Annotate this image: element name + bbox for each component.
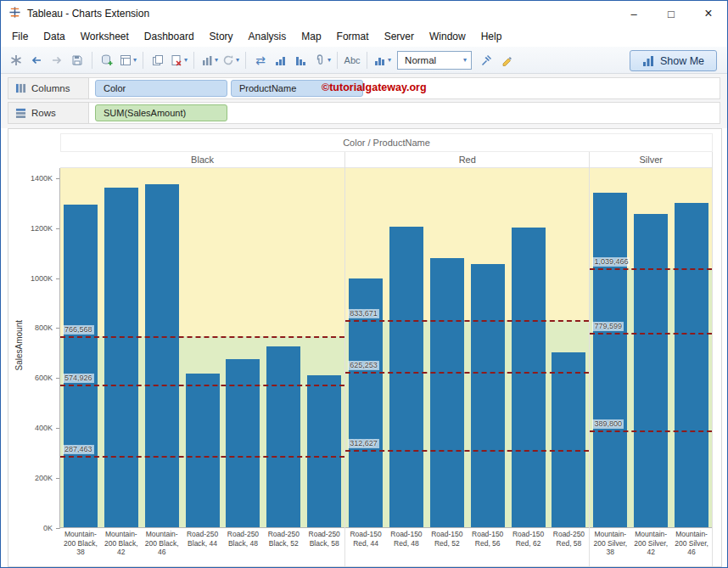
panel-black: Black766,568574,926287,463Mountain-200 B… — [60, 152, 345, 567]
fit-selector[interactable]: Normal ▾ — [397, 51, 472, 70]
toolbar-separator — [367, 52, 367, 69]
x-label-mountain-200-black-42[interactable]: Mountain-200 Black, 42 — [101, 528, 142, 567]
redo-button[interactable] — [47, 49, 67, 71]
bar-slot — [223, 168, 264, 527]
bar-mountain-200-black-38[interactable] — [64, 205, 98, 527]
save-button[interactable] — [67, 49, 87, 71]
x-label-mountain-200-black-38[interactable]: Mountain-200 Black, 38 — [60, 528, 101, 567]
bar-road-250-black-58[interactable] — [307, 375, 341, 527]
bar-slot — [630, 168, 671, 527]
bar-road-150-red-62[interactable] — [512, 228, 546, 527]
chevron-down-icon: ▾ — [388, 57, 391, 64]
x-label-road-250-black-44[interactable]: Road-250 Black, 44 — [182, 528, 223, 567]
bar-road-150-red-52[interactable] — [430, 258, 464, 527]
x-label-mountain-200-silver-46[interactable]: Mountain-200 Silver, 46 — [671, 528, 712, 567]
worksheet-view: SalesAmount 0K200K400K600K800K1000K1200K… — [8, 128, 722, 567]
x-label-road-250-black-58[interactable]: Road-250 Black, 58 — [304, 528, 344, 567]
fit-axes-button[interactable]: ▾ — [372, 49, 393, 71]
rows-shelf-label: Rows — [8, 102, 89, 124]
show-me-button[interactable]: Show Me — [630, 50, 717, 71]
x-label-road-250-black-48[interactable]: Road-250 Black, 48 — [223, 528, 264, 567]
new-worksheet-button[interactable]: ▾ — [117, 49, 138, 71]
reference-line — [345, 372, 589, 374]
menu-item-data[interactable]: Data — [36, 28, 72, 45]
chevron-down-icon: ▾ — [463, 57, 467, 64]
show-mark-labels-button[interactable]: Abc — [342, 49, 362, 71]
x-label-road-250-black-52[interactable]: Road-250 Black, 52 — [263, 528, 304, 567]
menu-item-window[interactable]: Window — [422, 28, 473, 45]
undo-button[interactable] — [26, 49, 47, 71]
panel-header-silver[interactable]: Silver — [590, 152, 712, 168]
column-field-header[interactable]: Color / ProductName — [60, 133, 713, 152]
pill-color[interactable]: Color — [95, 80, 227, 97]
add-data-source-button[interactable] — [97, 49, 117, 71]
bar-road-150-red-48[interactable] — [389, 227, 423, 527]
pill-sum-salesamount[interactable]: SUM(SalesAmount) — [95, 104, 227, 121]
toolbar-separator — [337, 52, 338, 69]
x-label-road-250-red-58[interactable]: Road-250 Red, 58 — [549, 528, 590, 567]
duplicate-sheet-button[interactable] — [148, 49, 168, 71]
columns-shelf-label: Columns — [8, 77, 89, 99]
x-label-road-150-red-52[interactable]: Road-150 Red, 52 — [427, 528, 468, 567]
bar-slot — [142, 168, 182, 527]
bar-road-250-red-58[interactable] — [552, 352, 585, 527]
tableau-start-button[interactable] — [6, 49, 26, 71]
swap-axes-button[interactable]: ⇄ — [250, 49, 271, 71]
close-button[interactable]: × — [690, 1, 727, 26]
group-members-button[interactable]: ▾ — [311, 49, 333, 71]
window-controls: – □ × — [615, 1, 727, 26]
x-labels-row: Mountain-200 Silver, 38Mountain-200 Silv… — [590, 528, 712, 567]
reference-line-label: 312,627 — [348, 439, 379, 448]
x-label-mountain-200-black-46[interactable]: Mountain-200 Black, 46 — [142, 528, 182, 567]
panels-row: Black766,568574,926287,463Mountain-200 B… — [60, 152, 713, 567]
menu-item-server[interactable]: Server — [377, 28, 422, 45]
menu-item-file[interactable]: File — [4, 28, 36, 45]
swap-axes-icon: ⇄ — [255, 54, 266, 66]
menu-item-dashboard[interactable]: Dashboard — [137, 28, 202, 45]
reference-line-label: 287,463 — [63, 445, 94, 454]
chevron-down-icon: ▾ — [184, 57, 188, 64]
panel-header-red[interactable]: Red — [345, 152, 589, 168]
bar-road-150-red-56[interactable] — [471, 264, 505, 527]
columns-shelf-text: Columns — [31, 83, 70, 93]
bar-road-250-black-44[interactable] — [186, 374, 220, 527]
x-label-road-150-red-44[interactable]: Road-150 Red, 44 — [345, 528, 386, 567]
bar-mountain-200-black-42[interactable] — [104, 188, 138, 527]
y-tick-label: 1400K — [10, 173, 53, 183]
x-label-road-150-red-48[interactable]: Road-150 Red, 48 — [386, 528, 427, 567]
clear-sheet-button[interactable]: ▾ — [168, 49, 189, 71]
fix-axes-button[interactable] — [476, 49, 496, 71]
bar-road-250-black-52[interactable] — [266, 346, 300, 527]
toolbar-separator — [92, 52, 92, 69]
menu-item-help[interactable]: Help — [473, 28, 510, 45]
menu-item-worksheet[interactable]: Worksheet — [73, 28, 137, 45]
highlight-button[interactable] — [496, 49, 517, 71]
bar-slot — [304, 168, 344, 527]
sort-descending-button[interactable] — [291, 49, 311, 71]
menu-item-map[interactable]: Map — [294, 28, 328, 45]
chevron-down-icon: ▾ — [133, 57, 137, 64]
maximize-button[interactable]: □ — [652, 1, 690, 26]
bar-mountain-200-silver-38[interactable] — [593, 193, 627, 527]
menu-item-story[interactable]: Story — [202, 28, 241, 45]
x-label-mountain-200-silver-42[interactable]: Mountain-200 Silver, 42 — [630, 528, 671, 567]
x-label-road-150-red-62[interactable]: Road-150 Red, 62 — [508, 528, 549, 567]
panel-header-black[interactable]: Black — [60, 152, 344, 168]
menu-item-format[interactable]: Format — [329, 28, 377, 45]
auto-update-button[interactable]: ▾ — [199, 49, 220, 71]
sort-ascending-button[interactable] — [271, 49, 291, 71]
toolbar: ▾ ▾ ▾ ▾ ⇄ — [1, 47, 727, 74]
panel-plot-silver: 1,039,466779,599389,800 — [590, 168, 712, 528]
menu-item-analysis[interactable]: Analysis — [241, 28, 294, 45]
y-tick-label: 1200K — [10, 223, 53, 233]
bar-mountain-200-silver-46[interactable] — [675, 203, 708, 527]
x-label-mountain-200-silver-38[interactable]: Mountain-200 Silver, 38 — [590, 528, 630, 567]
bar-mountain-200-black-46[interactable] — [145, 184, 179, 527]
x-label-road-150-red-56[interactable]: Road-150 Red, 56 — [468, 528, 508, 567]
run-update-button[interactable]: ▾ — [220, 49, 241, 71]
rows-shelf-track[interactable]: SUM(SalesAmount) — [89, 102, 720, 124]
minimize-button[interactable]: – — [615, 1, 652, 26]
reference-line — [345, 450, 589, 452]
bar-slot — [60, 168, 101, 527]
bar-mountain-200-silver-42[interactable] — [634, 214, 668, 527]
